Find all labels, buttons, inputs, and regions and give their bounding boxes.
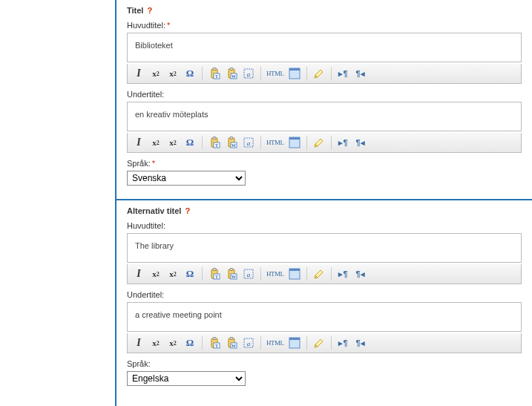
superscript-button[interactable]: x2 bbox=[166, 67, 180, 80]
main-title-value: Biblioteket bbox=[135, 41, 173, 50]
label-text: Språk: bbox=[127, 159, 151, 168]
main-title-label: Huvudtitel: bbox=[127, 221, 522, 230]
html-source-button[interactable]: HTML bbox=[266, 336, 284, 350]
superscript-button[interactable]: x2 bbox=[166, 336, 180, 350]
subtitle-label: Undertitel: bbox=[127, 290, 522, 299]
special-char-button[interactable]: Ω bbox=[183, 67, 197, 80]
html-source-button[interactable]: HTML bbox=[266, 67, 284, 80]
svg-rect-5 bbox=[230, 68, 233, 71]
html-source-button[interactable]: HTML bbox=[266, 267, 284, 281]
label-text: Huvudtitel: bbox=[127, 21, 165, 30]
subtitle-input[interactable]: en kreativ möteplats bbox=[127, 102, 522, 131]
language-label: Språk: bbox=[127, 359, 522, 368]
special-char-button[interactable]: Ω bbox=[183, 336, 197, 350]
subtitle-value: a creative meeting point bbox=[135, 310, 222, 319]
fullscreen-button[interactable] bbox=[288, 136, 301, 149]
svg-text:W: W bbox=[231, 143, 236, 148]
svg-text:W: W bbox=[231, 275, 236, 279]
superscript-button[interactable]: x2 bbox=[166, 136, 180, 149]
paste-text-button[interactable]: T bbox=[208, 67, 221, 80]
subscript-button[interactable]: x2 bbox=[149, 136, 162, 149]
italic-button[interactable]: I bbox=[132, 267, 145, 281]
toolbar-alt-main-title: Ix2x2ΩTWaHTML▸¶¶◂ bbox=[127, 264, 522, 284]
select-all-button[interactable]: a bbox=[242, 136, 255, 149]
paste-word-button[interactable]: W bbox=[225, 136, 238, 149]
main-title-input[interactable]: Biblioteket bbox=[127, 33, 522, 62]
remove-format-button[interactable] bbox=[312, 67, 326, 80]
fullscreen-button[interactable] bbox=[288, 67, 301, 80]
help-icon[interactable]: ? bbox=[147, 6, 152, 15]
remove-format-button[interactable] bbox=[312, 136, 326, 149]
special-char-button[interactable]: Ω bbox=[183, 267, 197, 281]
fullscreen-button[interactable] bbox=[288, 336, 301, 350]
svg-text:a: a bbox=[247, 71, 251, 78]
separator bbox=[260, 267, 261, 281]
svg-rect-15 bbox=[213, 137, 216, 140]
label-text: Språk: bbox=[127, 359, 151, 368]
italic-button[interactable]: I bbox=[132, 336, 145, 350]
svg-rect-11 bbox=[289, 68, 300, 71]
ltr-button[interactable]: ▸¶ bbox=[337, 136, 350, 149]
separator bbox=[306, 136, 307, 149]
remove-format-button[interactable] bbox=[312, 267, 326, 281]
svg-text:T: T bbox=[215, 344, 218, 348]
svg-rect-19 bbox=[230, 137, 233, 140]
rtl-button[interactable]: ¶◂ bbox=[354, 336, 367, 350]
language-select[interactable]: SvenskaEngelskaNorskaDanska bbox=[127, 171, 246, 186]
separator bbox=[331, 136, 332, 149]
main-title-label: Huvudtitel:* bbox=[127, 21, 522, 30]
paste-word-button[interactable]: W bbox=[225, 67, 238, 80]
select-all-button[interactable]: a bbox=[242, 67, 255, 80]
svg-rect-43 bbox=[213, 338, 216, 340]
italic-button[interactable]: I bbox=[132, 67, 145, 80]
label-text: Undertitel: bbox=[127, 290, 164, 299]
rtl-button[interactable]: ¶◂ bbox=[354, 267, 367, 281]
svg-rect-33 bbox=[230, 269, 233, 271]
separator bbox=[306, 67, 307, 80]
svg-text:a: a bbox=[247, 340, 251, 347]
separator bbox=[260, 336, 261, 350]
svg-text:W: W bbox=[231, 74, 236, 79]
label-text: Undertitel: bbox=[127, 90, 164, 99]
remove-format-button[interactable] bbox=[312, 336, 326, 350]
paste-word-button[interactable]: W bbox=[225, 336, 238, 350]
alt-main-title-input[interactable]: The library bbox=[127, 233, 522, 263]
toolbar-main-title: Ix2x2ΩTWaHTML▸¶¶◂ bbox=[127, 64, 522, 84]
subscript-button[interactable]: x2 bbox=[149, 336, 162, 350]
html-source-button[interactable]: HTML bbox=[266, 136, 284, 149]
italic-button[interactable]: I bbox=[132, 136, 145, 149]
subscript-button[interactable]: x2 bbox=[149, 67, 162, 80]
svg-rect-47 bbox=[230, 338, 233, 340]
subscript-button[interactable]: x2 bbox=[149, 267, 162, 281]
paste-text-button[interactable]: T bbox=[208, 267, 221, 281]
paste-word-button[interactable]: W bbox=[225, 267, 238, 281]
superscript-button[interactable]: x2 bbox=[166, 267, 180, 281]
paste-text-button[interactable]: T bbox=[208, 336, 221, 350]
toolbar-alt-subtitle: Ix2x2ΩTWaHTML▸¶¶◂ bbox=[127, 333, 522, 353]
select-all-button[interactable]: a bbox=[242, 267, 255, 281]
select-all-button[interactable]: a bbox=[242, 336, 255, 350]
svg-rect-1 bbox=[213, 68, 216, 71]
svg-text:T: T bbox=[215, 275, 218, 279]
paste-text-button[interactable]: T bbox=[208, 136, 221, 149]
left-sidebar bbox=[0, 0, 115, 406]
svg-text:T: T bbox=[215, 143, 218, 148]
svg-rect-29 bbox=[213, 269, 216, 271]
fullscreen-button[interactable] bbox=[288, 267, 301, 281]
special-char-button[interactable]: Ω bbox=[183, 136, 197, 149]
alt-language-select[interactable]: SvenskaEngelskaNorskaDanska bbox=[127, 371, 246, 386]
svg-rect-25 bbox=[289, 137, 300, 140]
required-mark: * bbox=[167, 21, 170, 30]
ltr-button[interactable]: ▸¶ bbox=[337, 67, 350, 80]
rtl-button[interactable]: ¶◂ bbox=[354, 67, 367, 80]
separator bbox=[260, 136, 261, 149]
alt-subtitle-input[interactable]: a creative meeting point bbox=[127, 302, 522, 332]
svg-text:T: T bbox=[215, 74, 218, 79]
svg-text:a: a bbox=[247, 140, 251, 147]
rtl-button[interactable]: ¶◂ bbox=[354, 136, 367, 149]
heading-text: Alternativ titel bbox=[127, 206, 181, 215]
help-icon[interactable]: ? bbox=[185, 206, 190, 215]
ltr-button[interactable]: ▸¶ bbox=[337, 267, 350, 281]
separator bbox=[260, 67, 261, 80]
ltr-button[interactable]: ▸¶ bbox=[337, 336, 350, 350]
